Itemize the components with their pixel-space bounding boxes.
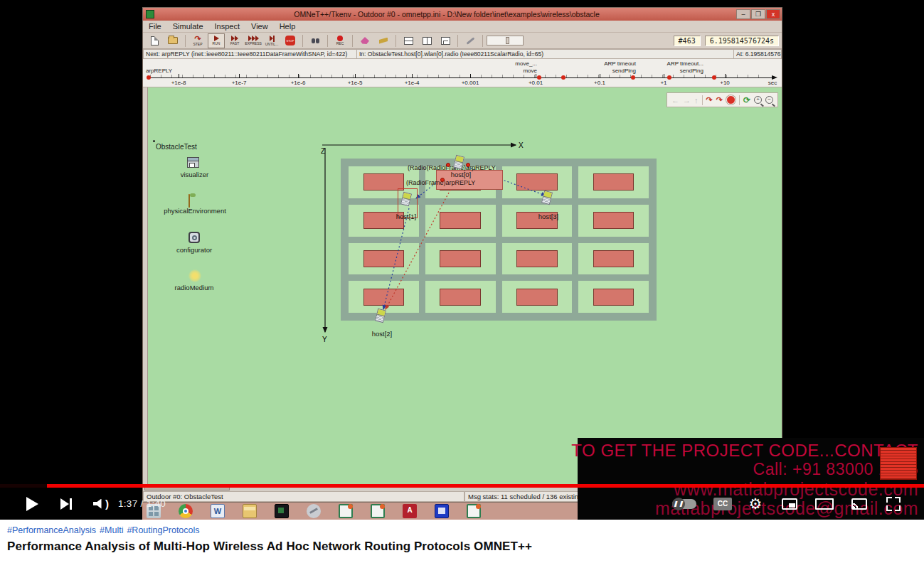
timeline-tick: +1	[660, 80, 667, 86]
menu-view[interactable]: View	[251, 22, 268, 31]
run-until-button[interactable]: ↷	[706, 95, 713, 104]
timeline-tick: +0.001	[462, 80, 479, 86]
step-button[interactable]: ↷STEP	[189, 33, 206, 48]
hashtag-link[interactable]: #PerformanceAnalysis	[7, 525, 96, 535]
split-vertical-button[interactable]	[418, 33, 435, 48]
timeline-tick: +1e-8	[171, 80, 186, 86]
next-button[interactable]	[55, 488, 77, 520]
fast-until-button[interactable]: ↷	[716, 95, 723, 104]
event-number-box: #463	[674, 36, 701, 46]
event-timeline[interactable]: arpREPLY move_... move ARP timeout sendP…	[143, 59, 782, 87]
record-button[interactable]: REC	[331, 33, 349, 48]
window-title: OMNeT++/Tkenv - Outdoor #0 - omnetpp.ini…	[157, 10, 736, 18]
zoom-in-button[interactable]: +	[754, 96, 762, 104]
run-icon	[214, 36, 219, 41]
volume-button[interactable]: )	[90, 488, 112, 520]
stop-nav-icon[interactable]	[726, 95, 736, 104]
route-config-button[interactable]	[375, 33, 392, 48]
play-button[interactable]	[21, 488, 43, 520]
timeline-tick: +0.1	[594, 80, 605, 86]
timeline-event-label: arpREPLY	[146, 68, 172, 74]
timeline-event-label: move_...	[515, 60, 537, 67]
host-2-label: host[2]	[361, 330, 403, 338]
fullscreen-icon	[886, 497, 901, 511]
timeline-tick: +1e-7	[232, 80, 247, 86]
run-button[interactable]: RUN	[208, 33, 225, 48]
fast-button[interactable]: FAST	[226, 33, 243, 48]
binoculars-icon	[312, 38, 319, 43]
open-button[interactable]	[164, 33, 181, 48]
timeline-event-label: sendPing	[612, 68, 636, 74]
settings-button[interactable]: ⚙	[744, 488, 767, 520]
autoplay-toggle[interactable]: ❚❚	[669, 488, 700, 520]
minimize-button[interactable]: –	[736, 9, 750, 19]
red-stamp	[880, 447, 917, 480]
timeline-tick: +0.01	[529, 80, 543, 86]
options-button[interactable]	[462, 33, 479, 48]
timeline-toggle-button[interactable]	[437, 33, 454, 48]
at-time-field: At: 6.195814576724s (+0s)	[733, 49, 782, 59]
express-button[interactable]: EXPRESS	[245, 33, 262, 48]
wrench-icon	[466, 37, 474, 45]
timeline-event-dot[interactable]	[561, 75, 565, 80]
video-title: Performance Analysis of Multi-Hop Wirele…	[7, 540, 917, 554]
fullscreen-button[interactable]	[882, 488, 905, 520]
network-config-button[interactable]	[356, 33, 373, 48]
cast-icon	[851, 498, 867, 510]
host-0-label: host[0]	[440, 171, 482, 178]
new-run-button[interactable]	[146, 33, 163, 48]
maximize-button[interactable]: ❐	[751, 9, 765, 19]
menu-simulate[interactable]: Simulate	[173, 22, 203, 31]
transmission-links	[143, 87, 782, 485]
hashtag-link[interactable]: #RoutingProtocols	[127, 525, 199, 535]
step-arrow-icon: ↷	[194, 35, 201, 42]
back-button[interactable]: ←	[671, 96, 679, 104]
timeline-event-dot[interactable]	[147, 75, 151, 80]
canvas-nav-toolbar: ← → ↑ ↷ ↷ ⟳ + −	[667, 92, 778, 107]
volume-icon	[93, 499, 105, 509]
close-button[interactable]: x	[766, 9, 780, 19]
zoom-out-button[interactable]: −	[765, 96, 773, 104]
timeline-event-label: sendPing	[680, 68, 703, 74]
record-icon	[337, 36, 343, 41]
host-3-label: host[3]	[527, 213, 570, 220]
in-module-field: In: ObstacleTest.host[0].wlan[0].radio (…	[356, 49, 733, 59]
parent-button[interactable]: ↑	[694, 96, 699, 104]
play-icon	[26, 497, 38, 511]
timeline-tick: sec	[768, 80, 777, 86]
redraw-button[interactable]: ⟳	[743, 95, 750, 105]
menu-file[interactable]: File	[149, 22, 161, 31]
cast-button[interactable]	[848, 488, 871, 520]
menubar: File Simulate Inspect View Help	[143, 21, 782, 32]
host-1-label: host[1]	[385, 213, 428, 220]
until-button[interactable]: UNTIL...	[263, 33, 280, 48]
theater-button[interactable]	[812, 488, 837, 520]
network-canvas[interactable]: ObstacleTest visualizer physicalEnvironm…	[143, 87, 782, 485]
menu-help[interactable]: Help	[280, 22, 296, 31]
document-icon	[151, 36, 159, 45]
sim-time-box: 6.195814576724s	[705, 36, 779, 46]
toolbar: ↷STEP RUN FAST EXPRESS UNTIL... STOP REC	[143, 32, 782, 49]
omnet-window: OMNeT++/Tkenv - Outdoor #0 - omnetpp.ini…	[142, 7, 782, 503]
find-button[interactable]	[307, 33, 324, 48]
split-horizontal-button[interactable]	[400, 33, 417, 48]
timeline-event-dot[interactable]	[537, 75, 541, 80]
slider-thumb[interactable]	[506, 37, 509, 44]
hashtag-link[interactable]: #Multi	[100, 525, 123, 535]
menu-inspect[interactable]: Inspect	[215, 22, 240, 31]
youtube-player: OMNeT++/Tkenv - Outdoor #0 - omnetpp.ini…	[0, 0, 924, 520]
miniplayer-button[interactable]	[778, 488, 801, 520]
promo-line-1: TO GET THE PROJECT CODE...CONTACT	[571, 441, 918, 461]
animation-speed-slider[interactable]	[487, 36, 524, 45]
route-icon	[379, 38, 388, 44]
timeline-event-dot[interactable]	[631, 75, 635, 80]
hashtags: #PerformanceAnalysis #Multi #RoutingProt…	[7, 525, 917, 535]
stop-button[interactable]: STOP	[282, 33, 299, 48]
split-vertical-icon	[423, 37, 432, 45]
timeline-event-dot[interactable]	[667, 75, 671, 80]
window-titlebar[interactable]: OMNeT++/Tkenv - Outdoor #0 - omnetpp.ini…	[143, 8, 782, 21]
subtitles-button[interactable]: CC	[711, 488, 734, 520]
timeline-event-dot[interactable]	[712, 75, 716, 80]
timeline-tick: +1e-4	[405, 80, 420, 86]
forward-button[interactable]: →	[683, 96, 691, 104]
